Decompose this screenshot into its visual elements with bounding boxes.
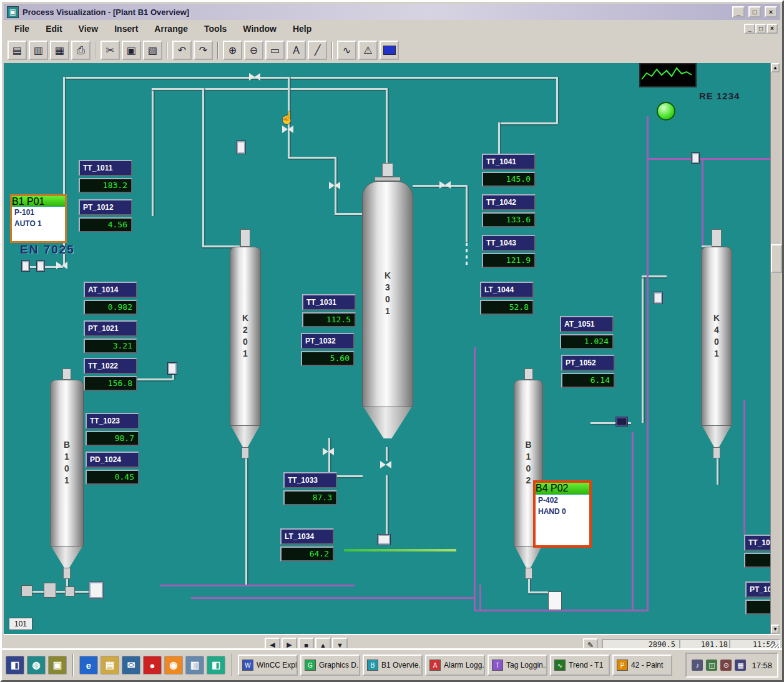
update-icon[interactable]: ◉ bbox=[164, 656, 183, 675]
volume-icon[interactable]: ♪ bbox=[692, 660, 703, 671]
vessel-k201[interactable]: K201 bbox=[230, 229, 260, 458]
task-button-b1-overview[interactable]: B B1 Overvie... bbox=[363, 655, 423, 676]
field-instrument[interactable] bbox=[691, 152, 700, 164]
scheduler-icon[interactable]: ▦ bbox=[735, 660, 746, 671]
trend-view-button[interactable]: ∿ bbox=[337, 41, 356, 60]
task-button-trend[interactable]: ∿ Trend - T1 bbox=[550, 655, 610, 676]
scroll-down-button[interactable]: ▼ bbox=[771, 625, 780, 634]
instrument-tag-tt1033[interactable]: TT_1033 87.3 bbox=[283, 472, 337, 505]
show-desktop-icon[interactable]: ◍ bbox=[27, 656, 46, 675]
scrollbar-thumb[interactable] bbox=[771, 244, 782, 273]
zoom-in-button[interactable]: ⊕ bbox=[223, 41, 242, 60]
menu-tools[interactable]: Tools bbox=[196, 21, 235, 36]
instrument-tag-pd1024[interactable]: PD_1024 0.45 bbox=[86, 452, 139, 485]
instrument-tag-tt1041[interactable]: TT_1041 145.0 bbox=[482, 154, 536, 187]
menu-edit[interactable]: Edit bbox=[37, 21, 70, 36]
clock[interactable]: 17:58 bbox=[749, 661, 772, 670]
close-button[interactable]: × bbox=[765, 6, 777, 17]
hand-valve[interactable] bbox=[282, 126, 293, 133]
task-button-graphics-designer[interactable]: G Graphics D... bbox=[300, 655, 360, 676]
vessel-k301[interactable]: K301 bbox=[363, 163, 413, 438]
documents-icon[interactable]: ▥ bbox=[185, 656, 204, 675]
valve-icon[interactable] bbox=[323, 448, 334, 455]
channels-icon[interactable]: ▣ bbox=[48, 656, 67, 675]
menu-view[interactable]: View bbox=[71, 21, 107, 36]
instrument-tag-pt1032[interactable]: PT_1032 5.60 bbox=[301, 333, 355, 366]
child-restore-button[interactable]: □ bbox=[755, 24, 767, 34]
line-tool-button[interactable]: ╱ bbox=[308, 41, 327, 60]
field-instrument[interactable] bbox=[167, 362, 177, 375]
minimize-button[interactable]: _ bbox=[732, 6, 745, 17]
explorer-icon[interactable]: ▤ bbox=[100, 656, 119, 675]
valve-icon[interactable] bbox=[329, 182, 340, 189]
cut-button[interactable]: ✂ bbox=[100, 41, 120, 60]
menu-window[interactable]: Window bbox=[235, 21, 285, 36]
select-tool-button[interactable]: ▭ bbox=[265, 41, 285, 60]
task-button-tag-logging[interactable]: T Tag Loggin... bbox=[488, 655, 547, 676]
media-icon[interactable]: ● bbox=[143, 656, 162, 675]
undo-button[interactable]: ↶ bbox=[172, 41, 192, 60]
zoom-out-button[interactable]: ⊖ bbox=[244, 41, 263, 60]
vessel-k401[interactable]: K401 bbox=[702, 229, 732, 458]
scroll-up-button[interactable]: ▲ bbox=[771, 63, 780, 72]
task-button-wincc-explorer[interactable]: W WinCC Expl... bbox=[238, 655, 298, 676]
save-button[interactable]: ▦ bbox=[50, 41, 69, 60]
field-instrument[interactable] bbox=[236, 141, 246, 154]
vessel-b101[interactable]: B101 bbox=[51, 368, 83, 579]
print-button[interactable]: ⎙ bbox=[71, 41, 91, 60]
maximize-button[interactable]: □ bbox=[748, 6, 761, 17]
valve-icon[interactable] bbox=[439, 181, 451, 189]
pump-status-panel-right[interactable]: B4 P02 P-402 HAND 0 bbox=[533, 480, 592, 548]
field-instrument[interactable] bbox=[21, 260, 30, 272]
new-button[interactable]: ▤ bbox=[7, 41, 27, 60]
field-instrument[interactable] bbox=[36, 260, 45, 272]
copy-button[interactable]: ▣ bbox=[122, 41, 141, 60]
instrument-tag-at1051[interactable]: AT_1051 1.024 bbox=[560, 316, 614, 349]
paint-icon[interactable]: ◧ bbox=[207, 656, 225, 675]
instrument-tag-tt1042[interactable]: TT_1042 133.6 bbox=[482, 194, 536, 227]
mail-icon[interactable]: ✉ bbox=[122, 656, 140, 675]
instrument-tag-pt1052[interactable]: PT_1052 6.14 bbox=[561, 355, 615, 388]
equipment-icon[interactable] bbox=[21, 585, 32, 596]
equipment-icon[interactable] bbox=[89, 581, 104, 599]
valve-icon[interactable] bbox=[56, 262, 67, 269]
shell-icon[interactable]: ◧ bbox=[6, 656, 24, 675]
redo-button[interactable]: ↷ bbox=[194, 41, 213, 60]
instrument-tag-tt1023[interactable]: TT_1023 98.7 bbox=[86, 413, 139, 446]
instrument-tag-pt1021[interactable]: PT_1021 3.21 bbox=[84, 320, 137, 353]
color-swatch-button[interactable] bbox=[380, 41, 399, 60]
open-button[interactable]: ▥ bbox=[29, 41, 48, 60]
menu-insert[interactable]: Insert bbox=[106, 21, 146, 36]
menu-arrange[interactable]: Arrange bbox=[146, 21, 196, 36]
menu-help[interactable]: Help bbox=[285, 21, 320, 36]
internet-icon[interactable]: e bbox=[79, 656, 98, 675]
valve-icon[interactable] bbox=[380, 461, 391, 468]
monitor-icon[interactable]: ⊙ bbox=[720, 660, 732, 671]
field-instrument[interactable] bbox=[653, 292, 663, 304]
run-lamp-icon[interactable] bbox=[657, 102, 675, 121]
pump-icon[interactable] bbox=[377, 534, 391, 545]
instrument-tag-lt1044[interactable]: LT_1044 52.8 bbox=[480, 282, 534, 315]
task-button-alarm-logging[interactable]: A Alarm Logg... bbox=[425, 655, 485, 676]
trend-display[interactable] bbox=[639, 63, 697, 87]
equipment-icon[interactable] bbox=[44, 583, 56, 598]
instrument-tag-tt1022[interactable]: TT_1022 156.8 bbox=[84, 358, 137, 391]
alarm-view-button[interactable]: ⚠ bbox=[358, 41, 378, 60]
paste-button[interactable]: ▧ bbox=[143, 41, 162, 60]
instrument-tag-tt1011[interactable]: TT_1011 183.2 bbox=[79, 160, 132, 193]
child-close-button[interactable]: × bbox=[767, 24, 778, 34]
equipment-icon[interactable] bbox=[65, 586, 75, 596]
instrument-tag-pt1012[interactable]: PT_1012 4.56 bbox=[79, 199, 132, 232]
task-button-paint[interactable]: P 42 - Paint bbox=[612, 655, 672, 676]
instrument-tag-at1014[interactable]: AT_1014 0.982 bbox=[84, 282, 137, 315]
network-icon[interactable]: ◫ bbox=[706, 660, 717, 671]
instrument-tag-lt1034[interactable]: LT_1034 64.2 bbox=[280, 528, 334, 561]
pump-status-panel-left[interactable]: B1 P01 P-101 AUTO 1 bbox=[10, 194, 67, 243]
vertical-scrollbar[interactable]: ▲ ▼ bbox=[770, 63, 780, 634]
instrument-tag-tt1043[interactable]: TT_1043 121.9 bbox=[482, 235, 536, 268]
valve-icon[interactable] bbox=[249, 73, 260, 81]
text-tool-button[interactable]: A bbox=[287, 41, 306, 60]
child-minimize-button[interactable]: _ bbox=[744, 24, 755, 34]
field-instrument[interactable] bbox=[615, 417, 628, 427]
instrument-tag-tt1031[interactable]: TT_1031 112.5 bbox=[302, 294, 356, 327]
